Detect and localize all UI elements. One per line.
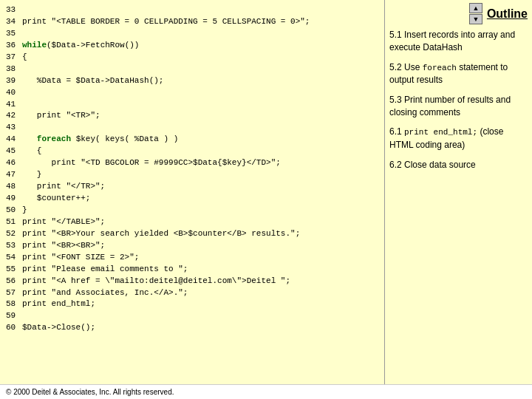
outline-item-6-1-text: 6.1 print end_html; (close HTML coding a… [389, 126, 503, 149]
code-line-57: 57print "and Associates, Inc.</A>."; [6, 287, 378, 299]
outline-title: Outline [487, 7, 528, 21]
code-line-35: 35 [6, 28, 378, 40]
code-line-43: 43 [6, 122, 378, 134]
code-line-36: 36while($Data->FetchRow()) [6, 40, 378, 52]
code-line-55: 55print "Please email comments to "; [6, 264, 378, 276]
code-line-47: 47 } [6, 169, 378, 181]
outline-arrows: ▲ ▼ [469, 3, 482, 24]
outline-item-6-2-text: 6.2 Close data source [389, 160, 476, 170]
outline-item-5-1-text: 5.1 Insert records into array and execut… [389, 30, 515, 52]
scroll-down-button[interactable]: ▼ [469, 14, 482, 24]
code-line-48: 48 print "</TR>"; [6, 181, 378, 193]
outline-item-5-1[interactable]: 5.1 Insert records into array and execut… [389, 29, 528, 54]
code-line-50: 50} [6, 205, 378, 216]
outline-item-6-2[interactable]: 6.2 Close data source [389, 159, 528, 171]
code-line-46: 46 print "<TD BGCOLOR = #9999CC>$Data{$k… [6, 157, 378, 169]
code-line-39: 39 %Data = $Data->DataHash(); [6, 75, 378, 87]
outline-item-5-3-text: 5.3 Print number of results and closing … [389, 95, 511, 117]
code-line-56: 56print "<A href = \"mailto:deitel@deite… [6, 276, 378, 287]
outline-item-5-2[interactable]: 5.2 Use foreach statement to output resu… [389, 61, 528, 86]
code-line-33: 33 [6, 4, 378, 16]
code-line-42: 42 print "<TR>"; [6, 110, 378, 122]
outline-item-5-3[interactable]: 5.3 Print number of results and closing … [389, 94, 528, 119]
code-line-53: 53print "<BR><BR>"; [6, 240, 378, 252]
code-line-58: 58print end_html; [6, 299, 378, 310]
outline-panel: ▲ ▼ Outline 5.1 Insert records into arra… [384, 0, 532, 384]
code-line-37: 37{ [6, 52, 378, 64]
code-line-52: 52print "<BR>Your search yielded <B>$cou… [6, 228, 378, 240]
code-line-38: 38 [6, 64, 378, 75]
outline-item-6-1[interactable]: 6.1 print end_html; (close HTML coding a… [389, 126, 528, 151]
code-panel: 33 34print "<TABLE BORDER = 0 CELLPADDIN… [0, 0, 384, 384]
code-line-40: 40 [6, 87, 378, 99]
footer: © 2000 Deitel & Associates, Inc. All rig… [0, 384, 532, 399]
code-line-59: 59 [6, 310, 378, 322]
code-line-44: 44 foreach $key( keys( %Data ) ) [6, 134, 378, 146]
code-line-34: 34print "<TABLE BORDER = 0 CELLPADDING =… [6, 16, 378, 28]
outline-header: ▲ ▼ Outline [389, 3, 528, 24]
copyright-text: © 2000 Deitel & Associates, Inc. All rig… [6, 388, 174, 396]
code-line-45: 45 { [6, 146, 378, 157]
code-line-54: 54print "<FONT SIZE = 2>"; [6, 252, 378, 264]
scroll-up-button[interactable]: ▲ [469, 3, 482, 13]
code-line-49: 49 $counter++; [6, 193, 378, 205]
code-line-41: 41 [6, 99, 378, 111]
code-line-60: 60$Data->Close(); [6, 322, 378, 334]
outline-item-5-2-text: 5.2 Use foreach statement to output resu… [389, 62, 508, 85]
code-line-51: 51print "</TABLE>"; [6, 216, 378, 228]
